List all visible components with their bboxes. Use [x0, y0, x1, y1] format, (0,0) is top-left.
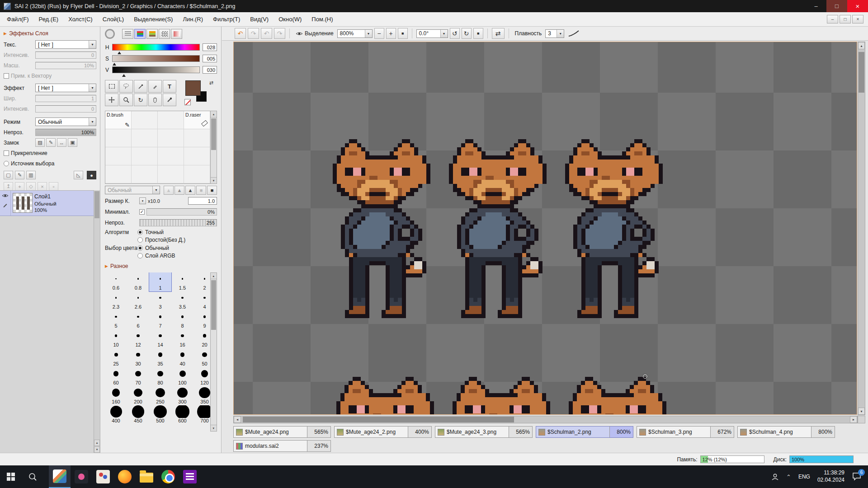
effect-width-slider[interactable]: 1 [35, 95, 96, 102]
rotation-reset-button[interactable]: ■ [473, 28, 483, 39]
brush-size-120[interactable]: 120 [193, 367, 210, 386]
selection-source-row[interactable]: Источник выбора [4, 159, 96, 168]
zoom-reset-button[interactable]: ■ [398, 28, 408, 39]
people-icon[interactable] [771, 473, 779, 481]
menu-item-Лин.(R)[interactable]: Лин.(R) [178, 12, 208, 26]
effect-intensity-slider[interactable]: 0 [35, 105, 96, 113]
menu-item-Слой(L)[interactable]: Слой(L) [98, 12, 129, 26]
minimal-checkbox[interactable]: ✓ [139, 209, 145, 215]
move-tool[interactable] [105, 94, 118, 106]
hue-value[interactable]: 028 [203, 43, 217, 51]
window-minimize-button[interactable]: – [806, 0, 826, 12]
canvas-vertical-scrollbar[interactable]: ▴ ▾ [858, 42, 865, 415]
clipping-row[interactable]: Прикрепление [4, 148, 96, 158]
texture-scale-slider[interactable]: 10% [35, 62, 96, 69]
scroll-right-button[interactable]: ▸ [850, 416, 857, 423]
layer-opacity-slider[interactable]: 100% [35, 129, 96, 136]
scrollbar-thumb[interactable] [243, 417, 514, 422]
taskbar-app-sai[interactable] [49, 465, 71, 488]
view-swatches-button[interactable] [159, 29, 170, 39]
brush-size-5[interactable]: 5 [105, 310, 127, 329]
zoom-tool[interactable] [119, 94, 133, 106]
brush-slot[interactable] [158, 129, 184, 147]
taskbar-app-firefox[interactable] [114, 465, 136, 488]
layer-list-scrollbar[interactable]: ▴ ▾ [94, 190, 100, 453]
view-hsv-sliders-button[interactable] [146, 29, 158, 39]
brush-size-partial[interactable] [127, 424, 149, 432]
doc-restore-button[interactable]: □ [840, 15, 851, 23]
canvas-viewport[interactable] [233, 42, 857, 415]
rotate-ccw-button[interactable]: ↺ [450, 28, 460, 39]
menu-item-Выделение(S)[interactable]: Выделение(S) [129, 12, 178, 26]
brush-size-partial[interactable] [149, 424, 171, 432]
language-indicator[interactable]: ENG [798, 474, 810, 480]
size-grid-scrollbar[interactable]: ▴ ▾ [210, 272, 217, 432]
brush-shelf-scrollbar[interactable]: ▴ ▾ [210, 111, 217, 184]
zoom-out-button[interactable]: − [374, 28, 384, 39]
view-lines-button[interactable] [122, 29, 133, 39]
brush-size-2[interactable]: 2 [193, 272, 210, 291]
hue-slider[interactable] [112, 44, 200, 51]
brush-size-50[interactable]: 50 [193, 348, 210, 367]
smoothness-select[interactable]: 3 ▾ [545, 29, 564, 38]
brush-size-10[interactable]: 10 [105, 329, 127, 348]
saturation-slider[interactable] [112, 55, 200, 62]
brush-size-partial[interactable] [171, 424, 193, 432]
brush-slot[interactable] [158, 165, 184, 183]
scrollbar-thumb[interactable] [859, 52, 864, 93]
brush-slot[interactable] [132, 111, 158, 129]
brush-slot[interactable] [105, 165, 132, 183]
effect-select[interactable]: [ Нет ] ▾ [35, 84, 96, 92]
zoom-select[interactable]: 800% ▾ [337, 29, 373, 38]
rotate-cw-button[interactable]: ↻ [462, 28, 472, 39]
doc-tab-$Mute_age24_3.png[interactable]: $Mute_age24_3.png565% [435, 426, 533, 438]
rotation-select[interactable]: 0.0° ▾ [416, 29, 448, 38]
window-maximize-button[interactable]: □ [826, 0, 847, 12]
menu-item-Холст(C)[interactable]: Холст(C) [63, 12, 98, 26]
hand-tool[interactable] [148, 94, 162, 106]
tip-shape-solid-button[interactable]: ■ [207, 186, 217, 195]
misc-section-header[interactable]: ▶ Разное [105, 263, 217, 269]
doc-close-button[interactable]: × [852, 15, 863, 23]
history-forward-button[interactable]: ↷ [274, 28, 285, 39]
document-canvas[interactable] [234, 42, 857, 415]
brush-size-35[interactable]: 35 [149, 348, 171, 367]
scroll-left-button[interactable]: ◂ [234, 416, 241, 423]
brush-slot[interactable] [105, 129, 132, 147]
menu-item-Окно(W)[interactable]: Окно(W) [274, 12, 307, 26]
taskbar-app-onenote[interactable] [179, 465, 201, 488]
brush-size-16[interactable]: 16 [171, 329, 193, 348]
undo-button[interactable]: ↶ [235, 28, 246, 39]
color-pick-option-normal[interactable]: Обычный [137, 245, 175, 251]
brush-size-2.3[interactable]: 2.3 [105, 291, 127, 310]
menu-item-Ред.(E)[interactable]: Ред.(E) [34, 12, 64, 26]
effects-section-header[interactable]: ▶ Эффекты Слоя [4, 30, 96, 37]
brush-size-8[interactable]: 8 [171, 310, 193, 329]
text-tool[interactable]: T [163, 80, 176, 93]
brush-size-700[interactable]: 700 [193, 405, 210, 424]
notification-center-button[interactable]: 6 [852, 472, 862, 482]
brush-size-2.6[interactable]: 2.6 [127, 291, 149, 310]
layer-mode-select[interactable]: Обычный ▾ [35, 117, 96, 126]
zoom-in-button[interactable]: + [386, 28, 396, 39]
layer-tool-button-disabled[interactable]: ▫ [49, 182, 58, 191]
menu-item-Фильтр(T)[interactable]: Фильтр(T) [208, 12, 245, 26]
menu-item-Вид(V)[interactable]: Вид(V) [245, 12, 274, 26]
tray-expand-icon[interactable]: ⌃ [786, 474, 791, 480]
brush-size-0.8[interactable]: 0.8 [127, 272, 149, 291]
brush-size-1.5[interactable]: 1.5 [171, 272, 193, 291]
doc-tab-$Schulman_2.png[interactable]: $Schulman_2.png800% [536, 426, 633, 438]
layer-row-selected[interactable]: Слой1 Обычный 100% [0, 191, 94, 216]
brush-size-300[interactable]: 300 [171, 386, 193, 405]
layer-tool-button[interactable]: ● [87, 171, 96, 179]
brush-size-500[interactable]: 500 [149, 405, 171, 424]
brush-size-3[interactable]: 3 [149, 291, 171, 310]
brush-slot[interactable] [132, 147, 158, 165]
doc-tab-$Schulman_4.png[interactable]: $Schulman_4.png800% [737, 426, 835, 438]
color-pick-option-argb[interactable]: Слой ARGB [137, 253, 175, 259]
brush-size-partial[interactable] [105, 424, 127, 432]
scroll-up-button[interactable]: ▴ [211, 273, 217, 279]
value-slider[interactable] [112, 66, 200, 73]
brush-slot-draser[interactable]: D.raser [184, 111, 210, 129]
brush-size-70[interactable]: 70 [127, 367, 149, 386]
